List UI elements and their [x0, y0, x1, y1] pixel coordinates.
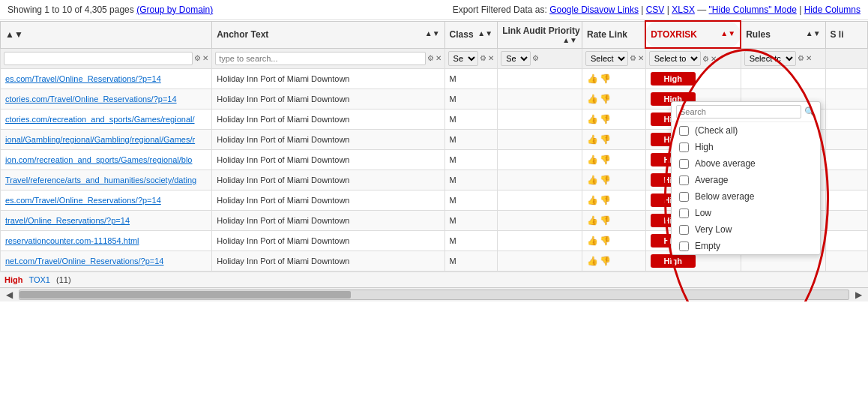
col-header-rate-link[interactable]: Rate Link	[582, 21, 646, 48]
dropdown-checkbox-4[interactable]	[679, 192, 689, 202]
dropdown-item[interactable]: High	[672, 139, 820, 155]
scroll-right-arrow[interactable]: ▶	[852, 290, 865, 300]
dropdown-items-container: (Check all) High Above average Average B…	[672, 122, 820, 254]
cell-class: M	[444, 110, 498, 130]
filter-icon-rate[interactable]: ⚙	[630, 54, 636, 62]
scroll-thumb[interactable]	[19, 291, 351, 298]
filter-icon-url[interactable]: ⚙	[194, 54, 201, 62]
filter-audit-select[interactable]: Se	[501, 51, 531, 66]
cell-audit	[498, 231, 582, 251]
thumbup-icon[interactable]: 👍	[587, 134, 598, 145]
thumbdown-icon[interactable]: 👎	[600, 154, 611, 165]
col-header-extra: S li	[825, 21, 867, 48]
dropdown-item-label: (Check all)	[695, 125, 738, 136]
filter-clear-url[interactable]: ✕	[202, 54, 208, 62]
dropdown-checkbox-1[interactable]	[679, 142, 689, 152]
filter-clear-rules[interactable]: ✕	[806, 54, 812, 62]
cell-url: ctories.com/Travel/Online_Reservations/?…	[1, 89, 212, 110]
cell-anchor: Holiday Inn Port of Miami Downtown	[212, 231, 444, 251]
filter-rate-select[interactable]: Select	[585, 51, 628, 66]
cell-audit	[498, 211, 582, 231]
thumbdown-icon[interactable]: 👎	[600, 256, 611, 266]
hide-columns-link[interactable]: Hide Columns	[804, 4, 861, 15]
dropdown-checkbox-7[interactable]	[679, 242, 689, 251]
thumbdown-icon[interactable]: 👎	[600, 74, 611, 84]
scroll-track[interactable]	[19, 290, 849, 300]
cell-audit	[498, 130, 582, 150]
thumbup-icon[interactable]: 👍	[587, 215, 598, 226]
cell-extra	[825, 170, 867, 190]
thumbup-icon[interactable]: 👍	[587, 114, 598, 124]
filter-clear-rate[interactable]: ✕	[638, 54, 644, 62]
filter-clear-dtox[interactable]: ✕	[711, 55, 717, 63]
cell-class: M	[444, 130, 498, 150]
dropdown-item[interactable]: Low	[672, 205, 820, 221]
last-row-dtox: High	[4, 275, 22, 284]
thumbdown-icon[interactable]: 👎	[600, 134, 611, 145]
hide-columns-mode-link[interactable]: "Hide Columns" Mode	[709, 4, 797, 15]
dropdown-item[interactable]: Average	[672, 172, 820, 188]
dropdown-checkbox-3[interactable]	[679, 176, 689, 185]
thumbup-icon[interactable]: 👍	[587, 94, 598, 104]
filter-anchor-cell: ⚙ ✕	[212, 48, 444, 69]
thumbdown-icon[interactable]: 👎	[600, 175, 611, 185]
thumbup-icon[interactable]: 👍	[587, 256, 598, 266]
thumbdown-icon[interactable]: 👎	[600, 114, 611, 124]
dropdown-item[interactable]: (Check all)	[672, 122, 820, 139]
filter-icon-dtox[interactable]: ⚙	[702, 55, 709, 63]
thumbdown-icon[interactable]: 👎	[600, 236, 611, 246]
col-header-rules[interactable]: Rules ▲▼	[741, 21, 825, 48]
thumbdown-icon[interactable]: 👎	[600, 94, 611, 104]
dropdown-search-row: 🔍	[672, 102, 820, 122]
bottom-last-row: High TOX1 (11)	[0, 272, 868, 287]
dropdown-item[interactable]: Empty	[672, 238, 820, 254]
filter-dtox-select[interactable]: Select to	[649, 51, 701, 66]
filter-class-cell: Se ⚙ ✕	[444, 48, 498, 69]
filter-dtox-cell: Select to ⚙ ✕	[645, 48, 741, 69]
cell-rate: 👍 👎	[582, 69, 646, 89]
scroll-left-arrow[interactable]: ◀	[3, 290, 16, 300]
top-bar-left: Showing 1 to 10 of 4,305 pages (Group by…	[7, 4, 213, 15]
thumbup-icon[interactable]: 👍	[587, 154, 598, 165]
thumbdown-icon[interactable]: 👎	[600, 215, 611, 226]
cell-class: M	[444, 69, 498, 89]
dropdown-item[interactable]: Above average	[672, 155, 820, 172]
filter-anchor-input[interactable]	[215, 52, 425, 65]
filter-icon-audit[interactable]: ⚙	[532, 54, 539, 62]
filter-class-select[interactable]: Se	[448, 51, 478, 66]
filter-clear-anchor[interactable]: ✕	[435, 54, 441, 62]
thumbup-icon[interactable]: 👍	[587, 175, 598, 185]
google-disavow-link[interactable]: Google Disavow Links	[549, 4, 639, 15]
cell-url: Travel/reference/arts_and_humanities/soc…	[1, 170, 212, 190]
dropdown-item[interactable]: Below average	[672, 188, 820, 205]
filter-icon-rules[interactable]: ⚙	[798, 54, 804, 62]
xlsx-link[interactable]: XLSX	[672, 4, 695, 15]
filter-clear-class[interactable]: ✕	[488, 54, 494, 62]
tox-link[interactable]: TOX1	[28, 275, 50, 284]
cell-url: es.com/Travel/Online_Reservations/?p=14	[1, 190, 212, 211]
thumbup-icon[interactable]: 👍	[587, 74, 598, 84]
col-header-link-audit[interactable]: Link Audit Priority ▲▼	[498, 21, 582, 48]
col-header-dtoxrisk[interactable]: DTOXRISK ▲▼	[645, 21, 741, 48]
csv-link[interactable]: CSV	[646, 4, 665, 15]
filter-rules-select[interactable]: Select tc	[744, 51, 796, 66]
thumbdown-icon[interactable]: 👎	[600, 195, 611, 206]
cell-audit	[498, 110, 582, 130]
cell-anchor: Holiday Inn Port of Miami Downtown	[212, 69, 444, 89]
cell-url: ctories.com/recreation_and_sports/Games/…	[1, 110, 212, 130]
thumbup-icon[interactable]: 👍	[587, 236, 598, 246]
dropdown-item[interactable]: Very Low	[672, 221, 820, 238]
dropdown-checkbox-0[interactable]	[679, 126, 689, 136]
col-header-anchor[interactable]: Anchor Text ▲▼	[212, 21, 444, 48]
group-by-domain-link[interactable]: (Group by Domain)	[136, 4, 213, 15]
thumbup-icon[interactable]: 👍	[587, 195, 598, 206]
dropdown-checkbox-6[interactable]	[679, 225, 689, 235]
filter-icon-anchor[interactable]: ⚙	[427, 54, 434, 62]
cell-audit	[498, 170, 582, 190]
filter-url-input[interactable]	[4, 52, 193, 65]
dropdown-checkbox-2[interactable]	[679, 159, 689, 169]
filter-icon-class[interactable]: ⚙	[480, 54, 486, 62]
dropdown-checkbox-5[interactable]	[679, 208, 689, 218]
col-header-class[interactable]: Class ▲▼	[444, 21, 498, 48]
dropdown-search-input[interactable]	[676, 105, 801, 118]
